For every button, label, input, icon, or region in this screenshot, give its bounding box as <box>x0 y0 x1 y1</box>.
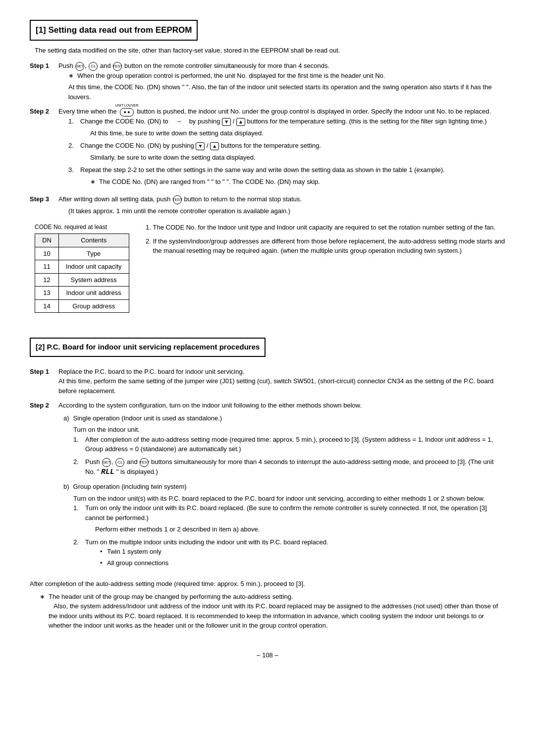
step-3-text: After writing down all setting data, pus… <box>58 194 505 204</box>
s2-step-2-b-label: b) <box>63 482 69 492</box>
step-1-content: Push SET, CL and TEST button on the remo… <box>58 61 505 102</box>
s2-step-1-content: Replace the P.C. board to the P.C. board… <box>58 367 505 396</box>
test-icon: TEST <box>113 62 122 71</box>
code-table: DN Contents 10 Type 11 Indoor unit capac… <box>35 233 129 313</box>
step-1-note-1: ∗ When the group operation control is pe… <box>68 71 505 81</box>
s2-step-1-label: Step 1 <box>30 367 54 396</box>
s2-step-2-b: b) Group operation (including twin syste… <box>63 482 505 569</box>
step-1-label: Step 1 <box>30 61 54 102</box>
step-2-sub-3-note: ∗ The CODE No. (DN) are ranged from " " … <box>90 177 445 187</box>
table-row: 14 Group address <box>35 299 129 313</box>
step-2-sub-2: 2. Change the CODE No. (DN) by pushing ▼… <box>68 141 505 162</box>
set-icon-a2: SET <box>102 458 111 467</box>
s2-step-2-b-text: Group operation (including twin system) <box>73 482 187 492</box>
contents-system: System address <box>58 273 129 287</box>
unit-louver-btn: ● ● <box>120 108 133 117</box>
page-container: [1] Setting data read out from EEPROM Th… <box>30 20 505 660</box>
step-1-block: Step 1 Push SET, CL and TEST button on t… <box>30 61 505 102</box>
s2-step-2-a-subitems: 1. After completion of the auto-address … <box>73 435 505 478</box>
s2-step-2-b-indent: Turn on the indoor unit(s) with its P.C.… <box>73 494 505 504</box>
table-row: 11 Indoor unit capacity <box>35 260 129 274</box>
all-display: RLL <box>101 468 114 476</box>
footer-note-1: After completion of the auto-address set… <box>30 579 505 589</box>
s2-step-2-a-indent: Turn on the indoor unit. <box>73 425 505 435</box>
step-1-note-2: At this time, the CODE No. (DN) shows " … <box>68 82 505 102</box>
dn-11: 11 <box>35 260 59 274</box>
table-row: 10 Type <box>35 247 129 260</box>
step-3-block: Step 3 After writing down all setting da… <box>30 194 505 216</box>
section-2-title: [2] P.C. Board for indoor unit servicing… <box>30 338 266 357</box>
contents-type: Type <box>58 247 129 260</box>
step-2-content: Every time when the UNIT LOUVER ● ● butt… <box>58 107 505 189</box>
s2-step-2-a-header: a) Single operation (Indoor unit is used… <box>63 413 505 423</box>
dn-13: 13 <box>35 287 59 300</box>
section-1-title: [1] Setting data read out from EEPROM <box>30 20 198 41</box>
test-icon-3: TEST <box>173 195 182 204</box>
table-section: CODE No. required at least DN Contents 1… <box>35 223 505 313</box>
code-table-wrapper: CODE No. required at least DN Contents 1… <box>35 223 129 313</box>
down-btn-2-icon: ▼ <box>196 142 205 150</box>
cl-icon-a2: CL <box>115 458 124 467</box>
table-body: 10 Type 11 Indoor unit capacity 12 Syste… <box>35 247 129 313</box>
page-footer: – 108 – <box>30 650 505 660</box>
step-2-block: Step 2 Every time when the UNIT LOUVER ●… <box>30 107 505 189</box>
col-dn: DN <box>35 234 59 247</box>
s2-step-2-a: a) Single operation (Indoor unit is used… <box>63 413 505 478</box>
set-icon: SET <box>75 62 84 71</box>
s2-step-2-b-subitems: 1. Turn on only the indoor unit with its… <box>73 503 505 569</box>
contents-indoor-addr: Indoor unit address <box>58 287 129 300</box>
dn-12: 12 <box>35 273 59 287</box>
footer-note-2: ∗ The header unit of the group may be ch… <box>40 592 505 631</box>
bullet-twin: • Twin 1 system only <box>100 547 328 557</box>
contents-capacity: Indoor unit capacity <box>58 260 129 274</box>
s2-step-2-b-2: 2. Turn on the multiple indoor units inc… <box>73 537 505 570</box>
contents-group: Group address <box>58 299 129 313</box>
table-note-2: If the system/indoor/group addresses are… <box>153 236 505 256</box>
step-2-sub-2-note: Similarly, be sure to write down the set… <box>90 153 321 163</box>
step-2-label: Step 2 <box>30 107 54 189</box>
section-1-intro: The setting data modified on the site, o… <box>35 46 505 56</box>
step-3-label: Step 3 <box>30 194 54 216</box>
s2-step-2-label: Step 2 <box>30 401 54 572</box>
s2-step-1-block: Step 1 Replace the P.C. board to the P.C… <box>30 367 505 396</box>
s2-step-2-a-label: a) <box>63 413 69 423</box>
s2-step-2-block: Step 2 According to the system configura… <box>30 401 505 572</box>
s2-step-2-text: According to the system configuration, t… <box>58 401 505 410</box>
dn-14: 14 <box>35 299 59 313</box>
s2-step-2-a-text: Single operation (Indoor unit is used as… <box>73 413 222 423</box>
step-3-sub: (It takes approx. 1 min until the remote… <box>68 206 505 216</box>
step-2-sub-1: 1. Change the CODE No. (DN) to → by push… <box>68 116 505 138</box>
section-1: [1] Setting data read out from EEPROM Th… <box>30 20 505 313</box>
s2-step-2-b-1: 1. Turn on only the indoor unit with its… <box>73 503 505 534</box>
col-contents: Contents <box>58 234 129 247</box>
table-notes-list: The CODE No. for the Indoor unit type an… <box>153 223 505 256</box>
s2-step-2-a-2: 2. Push SET, CL and TEST buttons simulta… <box>73 457 505 478</box>
test-icon-a2: TEST <box>140 458 149 467</box>
s2-step-1-text: Replace the P.C. board to the P.C. board… <box>58 367 505 377</box>
section-2: [2] P.C. Board for indoor unit servicing… <box>30 323 505 630</box>
dn-10: 10 <box>35 247 59 260</box>
s2-step-2-b-1-sub: Perform either methods 1 or 2 described … <box>95 524 505 534</box>
up-btn-2-icon: ▲ <box>210 142 219 150</box>
step-2-sub-3: 3. Repeat the step 2-2 to set the other … <box>68 165 505 186</box>
step-3-content: After writing down all setting data, pus… <box>58 194 505 216</box>
step-1-text: Push SET, CL and TEST button on the remo… <box>58 61 505 71</box>
page-number: – 108 – <box>257 651 278 659</box>
s2-step-2-content: According to the system configuration, t… <box>58 401 505 572</box>
table-header-row: DN Contents <box>35 234 129 247</box>
footer-notes: After completion of the auto-address set… <box>30 579 505 631</box>
table-row: 13 Indoor unit address <box>35 287 129 300</box>
up-btn-icon: ▲ <box>236 118 245 126</box>
unit-louver-label: UNIT LOUVER <box>115 103 139 109</box>
table-row: 12 System address <box>35 273 129 287</box>
step-2-sub-1-note: At this time, be sure to write down the … <box>90 128 487 138</box>
code-table-label: CODE No. required at least <box>35 223 129 232</box>
cl-icon: CL <box>89 62 98 71</box>
table-note-1: The CODE No. for the Indoor unit type an… <box>153 223 505 233</box>
bullet-twin-text: Twin 1 system only <box>107 547 161 557</box>
step-2-text: Every time when the UNIT LOUVER ● ● butt… <box>58 107 505 116</box>
bullet-all: • All group connections <box>100 558 328 568</box>
bullet-all-text: All group connections <box>107 558 168 568</box>
step-2-subitems: 1. Change the CODE No. (DN) to → by push… <box>68 116 505 186</box>
s2-step-2-a-1: 1. After completion of the auto-address … <box>73 435 505 454</box>
